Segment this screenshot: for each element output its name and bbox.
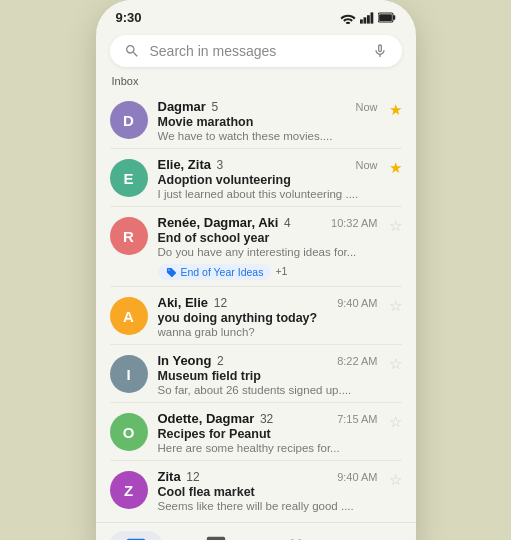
msg-content-zita: Zita 129:40 AMCool flea marketSeems like… [158, 469, 378, 512]
spaces-icon [285, 535, 307, 540]
avatar-elie-zita: E [110, 159, 148, 197]
message-item-zita[interactable]: ZZita 129:40 AMCool flea marketSeems lik… [96, 461, 416, 518]
msg-time-aki-elie: 9:40 AM [337, 297, 377, 309]
wifi-icon [340, 12, 356, 24]
msg-time-odette-dagmar: 7:15 AM [337, 413, 377, 425]
star-icon-elie-zita[interactable]: ★ [389, 159, 402, 177]
message-item-in-yeong[interactable]: IIn Yeong 28:22 AMMuseum field tripSo fa… [96, 345, 416, 402]
msg-subject-renee-dagmar-aki: End of school year [158, 231, 378, 245]
msg-sender-dagmar: Dagmar 5 [158, 99, 219, 114]
inbox-label: Inbox [96, 75, 416, 91]
nav-item-meet[interactable] [349, 531, 403, 540]
msg-content-odette-dagmar: Odette, Dagmar 327:15 AMRecipes for Pean… [158, 411, 378, 454]
msg-subject-in-yeong: Museum field trip [158, 369, 378, 383]
avatar-renee-dagmar-aki: R [110, 217, 148, 255]
avatar-odette-dagmar: O [110, 413, 148, 451]
message-item-dagmar[interactable]: DDagmar 5NowMovie marathonWe have to wat… [96, 91, 416, 148]
svg-rect-5 [393, 15, 395, 20]
search-bar[interactable]: Search in messages [110, 35, 402, 67]
msg-subject-zita: Cool flea market [158, 485, 378, 499]
star-icon-zita[interactable]: ☆ [389, 471, 402, 489]
battery-icon [378, 12, 396, 23]
msg-sender-in-yeong: In Yeong 2 [158, 353, 224, 368]
svg-rect-2 [367, 15, 370, 23]
msg-count-elie-zita: 3 [217, 158, 224, 172]
svg-rect-0 [360, 19, 363, 23]
status-icons [340, 12, 396, 24]
msg-sender-aki-elie: Aki, Elie 12 [158, 295, 228, 310]
phone-frame: 9:30 Sea [96, 0, 416, 540]
star-icon-renee-dagmar-aki[interactable]: ☆ [389, 217, 402, 235]
mail-icon [125, 535, 147, 540]
msg-preview-aki-elie: wanna grab lunch? [158, 326, 378, 338]
msg-time-elie-zita: Now [355, 159, 377, 171]
msg-subject-dagmar: Movie marathon [158, 115, 378, 129]
avatar-aki-elie: A [110, 297, 148, 335]
search-icon [124, 43, 140, 59]
star-icon-in-yeong[interactable]: ☆ [389, 355, 402, 373]
avatar-in-yeong: I [110, 355, 148, 393]
msg-count-zita: 12 [186, 470, 199, 484]
msg-sender-zita: Zita 12 [158, 469, 200, 484]
chat-icon [205, 535, 227, 540]
msg-count-odette-dagmar: 32 [260, 412, 273, 426]
nav-item-mail[interactable] [109, 531, 163, 540]
msg-preview-odette-dagmar: Here are some healthy recipes for... [158, 442, 378, 454]
msg-count-dagmar: 5 [212, 100, 219, 114]
star-icon-odette-dagmar[interactable]: ☆ [389, 413, 402, 431]
status-time: 9:30 [116, 10, 142, 25]
msg-time-dagmar: Now [355, 101, 377, 113]
avatar-zita: Z [110, 471, 148, 509]
meet-icon [365, 535, 387, 540]
msg-preview-renee-dagmar-aki: Do you have any interesting ideas for... [158, 246, 378, 258]
msg-time-renee-dagmar-aki: 10:32 AM [331, 217, 377, 229]
msg-sender-odette-dagmar: Odette, Dagmar 32 [158, 411, 274, 426]
msg-time-in-yeong: 8:22 AM [337, 355, 377, 367]
msg-count-aki-elie: 12 [214, 296, 227, 310]
chip-more-renee-dagmar-aki: +1 [275, 265, 287, 277]
msg-content-aki-elie: Aki, Elie 129:40 AMyou doing anything to… [158, 295, 378, 338]
msg-content-dagmar: Dagmar 5NowMovie marathonWe have to watc… [158, 99, 378, 142]
msg-subject-odette-dagmar: Recipes for Peanut [158, 427, 378, 441]
msg-preview-elie-zita: I just learned about this volunteering .… [158, 188, 378, 200]
msg-count-in-yeong: 2 [217, 354, 224, 368]
message-item-odette-dagmar[interactable]: OOdette, Dagmar 327:15 AMRecipes for Pea… [96, 403, 416, 460]
msg-content-in-yeong: In Yeong 28:22 AMMuseum field tripSo far… [158, 353, 378, 396]
msg-preview-in-yeong: So far, about 26 students signed up.... [158, 384, 378, 396]
msg-count-renee-dagmar-aki: 4 [284, 216, 291, 230]
bottom-nav [96, 522, 416, 540]
msg-sender-renee-dagmar-aki: Renée, Dagmar, Aki 4 [158, 215, 291, 230]
msg-preview-dagmar: We have to watch these movies.... [158, 130, 378, 142]
star-icon-aki-elie[interactable]: ☆ [389, 297, 402, 315]
msg-chip-renee-dagmar-aki[interactable]: End of Year Ideas [158, 264, 272, 280]
mic-icon[interactable] [372, 43, 388, 59]
msg-content-renee-dagmar-aki: Renée, Dagmar, Aki 410:32 AMEnd of schoo… [158, 215, 378, 280]
message-item-renee-dagmar-aki[interactable]: RRenée, Dagmar, Aki 410:32 AMEnd of scho… [96, 207, 416, 286]
message-list: DDagmar 5NowMovie marathonWe have to wat… [96, 91, 416, 518]
msg-preview-zita: Seems like there will be really good ...… [158, 500, 378, 512]
signal-icon [360, 12, 374, 24]
msg-subject-aki-elie: you doing anything today? [158, 311, 378, 325]
msg-sender-elie-zita: Elie, Zita 3 [158, 157, 224, 172]
svg-rect-1 [363, 17, 366, 23]
message-item-aki-elie[interactable]: AAki, Elie 129:40 AMyou doing anything t… [96, 287, 416, 344]
status-bar: 9:30 [96, 0, 416, 31]
nav-item-spaces[interactable] [269, 531, 323, 540]
svg-rect-3 [370, 12, 373, 23]
avatar-dagmar: D [110, 101, 148, 139]
nav-item-chat[interactable] [189, 531, 243, 540]
message-item-elie-zita[interactable]: EElie, Zita 3NowAdoption volunteeringI j… [96, 149, 416, 206]
search-placeholder-text: Search in messages [150, 43, 372, 59]
msg-time-zita: 9:40 AM [337, 471, 377, 483]
star-icon-dagmar[interactable]: ★ [389, 101, 402, 119]
svg-rect-6 [379, 14, 392, 21]
msg-content-elie-zita: Elie, Zita 3NowAdoption volunteeringI ju… [158, 157, 378, 200]
msg-subject-elie-zita: Adoption volunteering [158, 173, 378, 187]
